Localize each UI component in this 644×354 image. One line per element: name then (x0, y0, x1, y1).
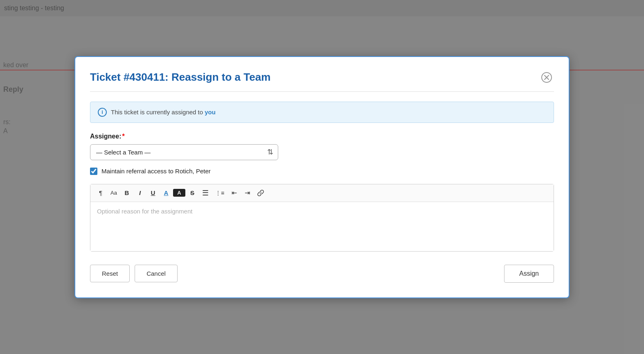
indent-icon[interactable]: ⇥ (241, 188, 253, 198)
required-star: * (122, 133, 124, 140)
bold-icon[interactable]: B (121, 188, 133, 197)
team-select-wrapper: — Select a Team — ⇅ (90, 144, 278, 160)
underline-icon[interactable]: U (147, 188, 159, 197)
info-banner: i This ticket is currently assigned to y… (90, 102, 554, 123)
strikethrough-icon[interactable]: S (186, 188, 198, 197)
assign-button[interactable]: Assign (504, 265, 554, 283)
close-button[interactable] (539, 70, 554, 85)
team-select[interactable]: — Select a Team — (90, 144, 278, 160)
format-aa-icon[interactable]: Aa (108, 188, 120, 197)
link-icon[interactable] (254, 188, 267, 198)
underline-color-icon[interactable]: A (160, 188, 172, 197)
editor-placeholder: Optional reason for the assignment (97, 208, 192, 215)
ordered-list-icon[interactable]: ⋮≡ (212, 188, 227, 197)
reset-button[interactable]: Reset (90, 265, 130, 282)
maintain-access-checkbox[interactable] (90, 168, 97, 175)
checkbox-label[interactable]: Maintain referral access to Rotich, Pete… (101, 168, 211, 175)
editor-content-area[interactable]: Optional reason for the assignment (90, 202, 554, 251)
modal-header: Ticket #430411: Reassign to a Team (90, 70, 554, 92)
checkbox-row: Maintain referral access to Rotich, Pete… (90, 168, 554, 175)
outdent-icon[interactable]: ⇤ (228, 188, 240, 198)
text-color-icon[interactable]: A (173, 189, 185, 197)
italic-icon[interactable]: I (134, 188, 146, 197)
assignee-field: Assignee:* — Select a Team — ⇅ (90, 133, 554, 168)
info-banner-text: This ticket is currently assigned to you (111, 109, 216, 116)
modal-overlay: Ticket #430411: Reassign to a Team i Thi… (0, 0, 644, 354)
modal-title: Ticket #430411: Reassign to a Team (90, 71, 270, 84)
info-icon: i (98, 108, 107, 117)
editor-toolbar: ¶ Aa B I U A A S ☰ ⋮≡ ⇤ ⇥ (90, 184, 554, 202)
cancel-button[interactable]: Cancel (135, 265, 178, 282)
modal-footer: Reset Cancel Assign (90, 265, 554, 283)
unordered-list-icon[interactable]: ☰ (199, 188, 212, 198)
footer-left-buttons: Reset Cancel (90, 265, 178, 282)
text-editor: ¶ Aa B I U A A S ☰ ⋮≡ ⇤ ⇥ (90, 184, 554, 252)
paragraph-icon[interactable]: ¶ (95, 188, 107, 197)
assignee-label: Assignee:* (90, 133, 554, 140)
modal-dialog: Ticket #430411: Reassign to a Team i Thi… (74, 56, 570, 298)
